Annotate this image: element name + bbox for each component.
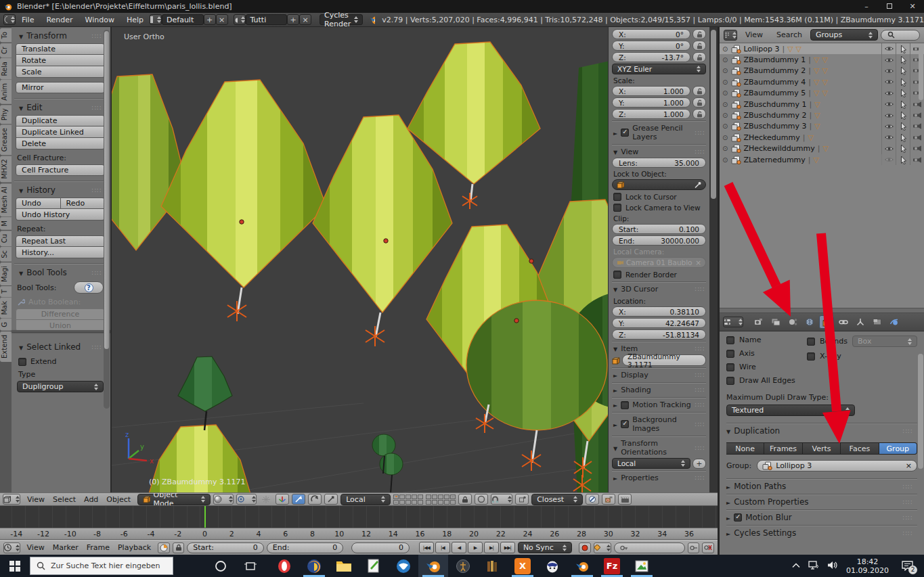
object-name-field[interactable]: ZBaumdummy 3.1171	[622, 354, 706, 366]
toolshelf-tab[interactable]: Cu	[0, 231, 12, 246]
outliner-row[interactable]: Lollipop 3	[720, 43, 924, 54]
snap-peel-icon[interactable]	[586, 494, 599, 505]
keying-set-field[interactable]	[614, 543, 685, 553]
tab-render-layers[interactable]	[768, 315, 783, 329]
selectability-cursor-icon[interactable]	[896, 110, 910, 120]
panel-header-motion-paths[interactable]: Motion Paths	[726, 479, 917, 494]
action-center-icon[interactable]: 2	[897, 558, 917, 574]
tray-network-icon[interactable]	[808, 561, 819, 572]
toolshelf-tab[interactable]: Cr	[0, 43, 12, 57]
editor-type-icon[interactable]	[3, 494, 20, 505]
menu-item[interactable]: Render	[40, 16, 79, 24]
selectability-cursor-icon[interactable]	[896, 76, 910, 87]
xampp-icon[interactable]: ꓫ	[508, 555, 537, 577]
axis-checkbox[interactable]	[726, 350, 734, 358]
expand-icon[interactable]	[722, 89, 728, 97]
grease-pencil-checkbox[interactable]	[621, 129, 629, 137]
renderability-camera-icon[interactable]	[910, 154, 924, 165]
panel-header-bool-tools[interactable]: Bool Tools	[14, 265, 106, 280]
scale-field[interactable]: X:1.000	[612, 86, 690, 96]
toolshelf-tab[interactable]: G	[0, 319, 12, 331]
expand-icon[interactable]	[722, 100, 728, 109]
motion-tracking-checkbox[interactable]	[621, 401, 629, 409]
panel-header-motion-tracking[interactable]: Motion Tracking	[612, 399, 706, 411]
editor-type-icon[interactable]	[3, 543, 20, 553]
lock-icon[interactable]	[692, 41, 706, 51]
selectability-cursor-icon[interactable]	[896, 88, 910, 99]
start-button[interactable]	[0, 555, 30, 577]
outliner-row[interactable]: ZBaumdummy 4	[720, 76, 924, 87]
tab-texture[interactable]	[870, 315, 885, 329]
clear-group-icon[interactable]	[906, 461, 912, 470]
expand-icon[interactable]	[722, 133, 728, 142]
timeline-menu-item[interactable]: Playback	[114, 543, 155, 552]
layout-selector[interactable]: Default	[162, 14, 203, 25]
task-view-icon[interactable]	[236, 555, 265, 577]
draw-all-edges-checkbox[interactable]	[726, 377, 734, 385]
taskbar-search-input[interactable]: Zur Suche Text hier eingeben	[30, 557, 173, 575]
visibility-eye-icon[interactable]	[881, 66, 896, 76]
viewport-region-scrollbar[interactable]	[709, 27, 718, 492]
rotation-field[interactable]: Z:-13.7°	[612, 52, 690, 62]
outliner-row[interactable]: ZLaternedummy	[720, 154, 924, 165]
redo-button[interactable]: Redo	[61, 198, 106, 209]
render-border-checkbox[interactable]	[613, 271, 621, 279]
opengl-render-icon[interactable]	[602, 494, 615, 505]
playback-range-clock-icon[interactable]	[158, 543, 170, 553]
repeat-last-button[interactable]: Repeat Last	[16, 235, 105, 247]
cursor-location-field[interactable]: X:0.38110	[612, 306, 706, 317]
tab-constraints[interactable]	[836, 315, 851, 329]
toolshelf-tab[interactable]: Anim	[0, 80, 12, 104]
selectability-cursor-icon[interactable]	[896, 66, 910, 76]
orientation-dropdown[interactable]: Local	[612, 458, 690, 469]
xray-checkbox[interactable]	[807, 352, 815, 361]
lock-icon[interactable]	[692, 97, 706, 108]
panel-grip[interactable]	[91, 32, 102, 40]
tray-volume-icon[interactable]	[827, 561, 838, 572]
timeline-band[interactable]	[0, 506, 718, 528]
mask-app-icon[interactable]	[537, 555, 567, 577]
sync-dropdown[interactable]: No Sync	[518, 542, 572, 553]
panel-header-transform-orientations[interactable]: Transform Orientations	[612, 438, 706, 458]
editor-type-icon[interactable]	[723, 317, 743, 327]
makehuman-icon[interactable]	[448, 555, 478, 577]
panel-header-select-linked[interactable]: Select Linked	[14, 340, 106, 354]
panel-header-view[interactable]: View	[612, 146, 706, 158]
lock-frame-icon[interactable]	[173, 543, 185, 553]
panel-header-custom-properties[interactable]: Custom Properties	[726, 494, 917, 509]
viewport-menu-item[interactable]: Add	[80, 495, 102, 504]
panel-header-grease-pencil[interactable]: Grease Pencil Layers	[612, 122, 706, 143]
toolshelf-tab[interactable]: Sc	[0, 247, 12, 262]
toolshelf-tab[interactable]: T	[0, 286, 12, 297]
lock-to-scene-icon[interactable]	[458, 494, 472, 505]
undo-history-button[interactable]: Undo History	[16, 209, 105, 221]
jump-to-start-button[interactable]: |◀◀	[419, 542, 434, 553]
insert-keyframe-button[interactable]	[688, 543, 700, 553]
outliner-display-mode-dropdown[interactable]: Groups	[810, 29, 878, 41]
extend-checkbox[interactable]	[18, 358, 26, 366]
outliner-search-menu[interactable]: Search	[771, 30, 808, 39]
scale-manipulator-button[interactable]	[324, 494, 338, 505]
add-layout-button[interactable]	[204, 14, 216, 25]
panel-header-background-images[interactable]: Background Images	[612, 414, 706, 434]
selectability-cursor-icon[interactable]	[896, 99, 910, 110]
renderability-camera-icon[interactable]	[910, 110, 924, 120]
selectability-cursor-icon[interactable]	[896, 121, 910, 132]
timeline-ruler[interactable]: -14-12-10-8-6-4-202468101214161820222426…	[0, 528, 718, 540]
scene-selector[interactable]: Tutti	[246, 14, 287, 25]
visibility-eye-icon[interactable]	[881, 121, 896, 132]
outliner-row[interactable]: ZHeckewilddummy	[720, 143, 924, 154]
lock-icon[interactable]	[692, 52, 706, 62]
transform-orientation-dropdown[interactable]: Local	[340, 494, 391, 505]
toolshelf-tab[interactable]: Mesh Al	[0, 183, 12, 216]
renderability-camera-icon[interactable]	[910, 121, 924, 132]
viewport-shading-dropdown[interactable]	[213, 494, 234, 505]
type-dropdown[interactable]: Dupligroup	[17, 381, 104, 392]
lock-icon[interactable]	[692, 29, 706, 39]
current-frame-playhead[interactable]	[204, 506, 206, 528]
clip-start-field[interactable]: Start:0.100	[612, 224, 706, 234]
lock-camera-checkbox[interactable]	[613, 204, 621, 212]
editor-splitter[interactable]	[720, 308, 924, 313]
name-checkbox[interactable]	[726, 336, 734, 344]
visibility-eye-icon[interactable]	[881, 110, 896, 120]
